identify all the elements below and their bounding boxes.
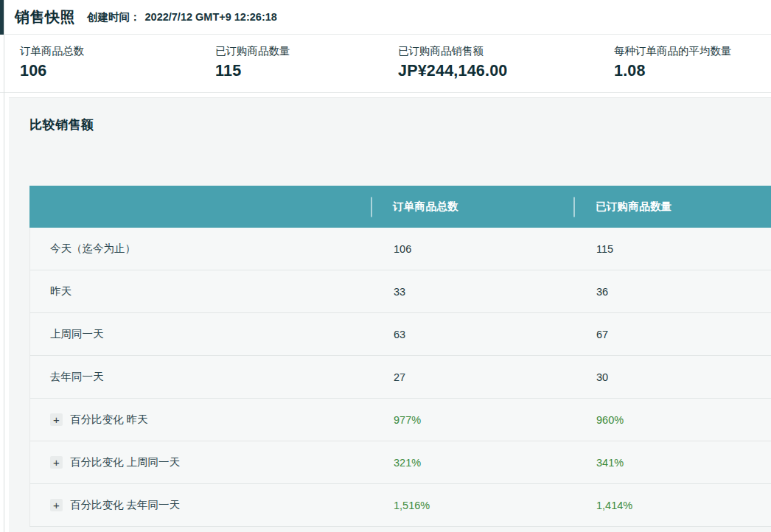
created-time-value: 2022/7/12 GMT+9 12:26:18: [145, 11, 277, 23]
stat-value: 1.08: [614, 62, 771, 80]
stat-units-ordered: 已订购商品数量 115: [215, 44, 398, 92]
left-divider: [4, 0, 4, 532]
stat-label: 已订购商品销售额: [398, 44, 614, 58]
cell-value: 115: [574, 243, 771, 255]
table-row-pct-change-last-week: + 百分比变化 上周同一天 321% 341%: [29, 441, 771, 484]
cell-value: 63: [371, 329, 574, 340]
cell-value: 30: [574, 371, 771, 383]
row-label-with-expander: + 百分比变化 去年同一天: [30, 498, 371, 512]
cell-value: 27: [371, 371, 574, 383]
stat-value: JP¥244,146.00: [398, 62, 614, 80]
column-header-blank: [29, 186, 371, 228]
stat-avg-units-per-order-item: 每种订单商品的平均数量 1.08: [614, 44, 771, 92]
cell-value: 106: [371, 243, 574, 255]
cell-value-percent: 977%: [371, 414, 574, 426]
table-row-pct-change-last-year: + 百分比变化 去年同一天 1,516% 1,414%: [29, 484, 771, 527]
table-row-same-day-last-week: 上周同一天 63 67: [29, 313, 771, 356]
stat-ordered-items-total: 订单商品总数 106: [20, 44, 215, 92]
expand-plus-icon[interactable]: +: [50, 456, 63, 469]
table-row-today: 今天（迄今为止） 106 115: [29, 228, 771, 270]
created-time-label: 创建时间：: [87, 11, 141, 23]
cell-value-percent: 1,516%: [371, 500, 574, 511]
cell-value: 67: [574, 329, 771, 340]
row-label: 上周同一天: [30, 327, 371, 341]
created-time: 创建时间：2022/7/12 GMT+9 12:26:18: [87, 10, 277, 24]
page-title: 销售快照: [15, 7, 75, 27]
stat-label: 每种订单商品的平均数量: [614, 44, 771, 58]
stat-label: 已订购商品数量: [215, 44, 398, 58]
row-label-with-expander: + 百分比变化 上周同一天: [30, 455, 371, 469]
cell-value-percent: 321%: [371, 457, 574, 469]
row-label: 百分比变化 去年同一天: [70, 498, 180, 512]
expand-plus-icon[interactable]: +: [50, 499, 63, 511]
table-row-pct-change-yesterday: + 百分比变化 昨天 977% 960%: [29, 399, 771, 441]
row-label: 去年同一天: [30, 370, 371, 384]
row-label: 今天（迄今为止）: [30, 242, 371, 256]
expand-plus-icon[interactable]: +: [50, 413, 63, 426]
table-header-row: 订单商品总数 已订购商品数量: [29, 186, 771, 228]
stat-value: 106: [20, 62, 215, 80]
cell-value-percent: 1,414%: [574, 500, 771, 511]
table-row-same-day-last-year: 去年同一天 27 30: [29, 356, 771, 399]
sales-snapshot-stats: 订单商品总数 106 已订购商品数量 115 已订购商品销售额 JP¥244,1…: [0, 34, 771, 93]
stat-label: 订单商品总数: [20, 44, 215, 58]
section-title: 比较销售额: [29, 98, 771, 133]
row-label: 百分比变化 昨天: [70, 413, 148, 427]
cell-value: 33: [371, 286, 574, 298]
column-header-ordered-items-total: 订单商品总数: [371, 186, 573, 228]
row-label: 百分比变化 上周同一天: [70, 455, 180, 469]
table-row-yesterday: 昨天 33 36: [29, 270, 771, 313]
column-header-units-ordered: 已订购商品数量: [573, 186, 771, 228]
stat-value: 115: [215, 62, 398, 80]
page-header: 销售快照 创建时间：2022/7/12 GMT+9 12:26:18: [0, 0, 771, 34]
cell-value-percent: 960%: [574, 414, 771, 426]
cell-value-percent: 341%: [574, 457, 771, 469]
compare-sales-table: 订单商品总数 已订购商品数量 今天（迄今为止） 106 115 昨天 33 36…: [29, 186, 771, 527]
row-label: 昨天: [30, 284, 371, 298]
row-label-with-expander: + 百分比变化 昨天: [30, 413, 371, 427]
compare-sales-section: 比较销售额 订单商品总数 已订购商品数量 今天（迄今为止） 106 115 昨天…: [9, 97, 771, 532]
stat-ordered-product-sales: 已订购商品销售额 JP¥244,146.00: [398, 44, 614, 92]
cell-value: 36: [574, 286, 771, 298]
